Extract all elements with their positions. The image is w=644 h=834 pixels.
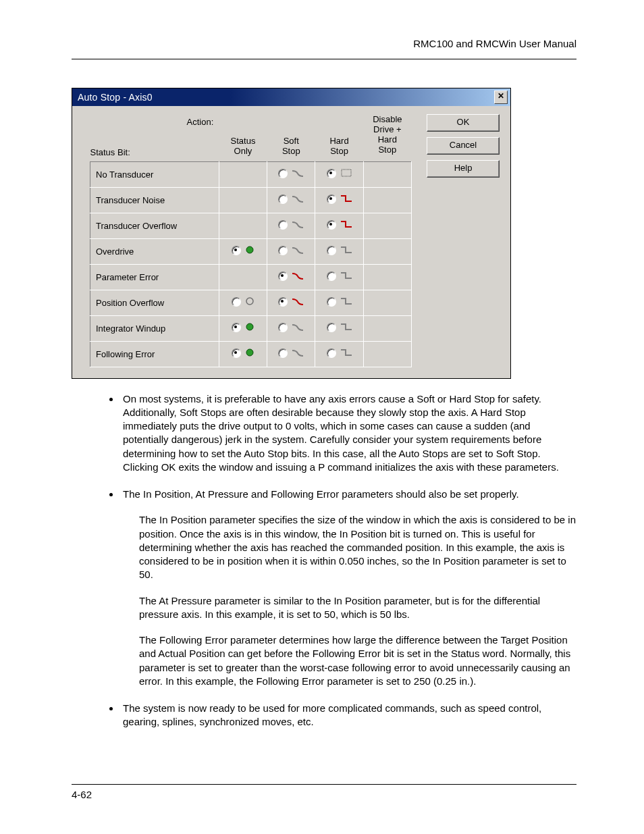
option-icon <box>245 322 254 334</box>
dialog-titlebar: Auto Stop - Axis0 ✕ <box>72 88 510 106</box>
radio-icon[interactable] <box>327 271 336 281</box>
option-cell[interactable] <box>315 264 363 290</box>
option-cell[interactable] <box>267 238 315 264</box>
table-row: Overdrive <box>90 238 412 264</box>
auto-stop-table: Action: Status Bit: Status Only Soft Sto… <box>90 113 412 367</box>
option-cell[interactable] <box>315 187 363 213</box>
svg-point-3 <box>246 323 253 330</box>
radio-icon[interactable] <box>327 246 336 255</box>
svg-point-2 <box>246 298 253 305</box>
option-cell[interactable] <box>219 238 267 264</box>
help-button[interactable]: Help <box>427 160 500 178</box>
option-icon <box>292 348 304 359</box>
col-status-only: Status Only <box>219 113 267 161</box>
option-cell[interactable] <box>219 290 267 315</box>
option-cell[interactable] <box>267 341 315 367</box>
bullet-1: On most systems, it is preferable to hav… <box>120 392 576 475</box>
row-label: Transducer Overflow <box>90 221 177 231</box>
option-cell[interactable] <box>315 315 363 341</box>
option-cell-empty <box>219 187 267 213</box>
radio-icon[interactable] <box>278 194 288 204</box>
option-icon <box>245 296 254 308</box>
option-cell[interactable] <box>267 161 315 187</box>
sub-at-pressure: The At Pressure parameter is similar to … <box>139 594 576 622</box>
page-number: 4-62 <box>72 789 576 800</box>
radio-icon[interactable] <box>327 297 336 307</box>
option-cell-empty <box>363 187 411 213</box>
option-cell[interactable] <box>267 315 315 341</box>
radio-icon[interactable] <box>278 246 288 255</box>
radio-icon[interactable] <box>278 297 288 307</box>
option-cell-empty <box>363 290 411 315</box>
option-icon <box>340 271 352 282</box>
header-rule <box>72 59 576 59</box>
bullet-3: The system is now ready to be used for m… <box>120 702 576 729</box>
close-icon[interactable]: ✕ <box>494 90 508 104</box>
option-cell-empty <box>363 238 411 264</box>
radio-icon[interactable] <box>327 323 336 332</box>
row-label: Following Error <box>90 349 155 359</box>
row-label: Transducer Noise <box>90 195 165 205</box>
radio-icon[interactable] <box>327 348 336 358</box>
option-icon <box>292 219 304 231</box>
option-icon <box>292 168 304 180</box>
status-bit-label: Status Bit: <box>90 147 130 157</box>
row-label: Parameter Error <box>90 272 159 282</box>
option-icon <box>292 245 304 257</box>
option-icon <box>245 245 254 257</box>
radio-icon[interactable] <box>327 194 336 204</box>
radio-icon[interactable] <box>278 169 288 178</box>
table-row: Transducer Noise <box>90 187 412 213</box>
col-hard-stop: Hard Stop <box>315 113 363 161</box>
ok-button[interactable]: OK <box>427 114 500 132</box>
option-icon <box>340 194 352 205</box>
option-cell-empty <box>363 213 411 238</box>
option-cell[interactable] <box>219 315 267 341</box>
row-label: No Transducer <box>90 170 153 180</box>
option-icon <box>340 296 352 308</box>
radio-icon[interactable] <box>278 271 288 281</box>
radio-icon[interactable] <box>278 348 288 358</box>
radio-icon[interactable] <box>232 348 241 358</box>
table-row: Integrator Windup <box>90 315 412 341</box>
option-cell-empty <box>363 264 411 290</box>
option-cell[interactable] <box>315 290 363 315</box>
footer-rule <box>72 784 576 785</box>
radio-icon[interactable] <box>232 246 241 255</box>
option-cell[interactable] <box>267 264 315 290</box>
sub-following-error: The Following Error parameter determines… <box>139 633 576 688</box>
option-cell[interactable] <box>315 213 363 238</box>
option-icon <box>340 322 352 334</box>
auto-stop-dialog: Auto Stop - Axis0 ✕ Action: Status Bit: … <box>72 88 511 379</box>
radio-icon[interactable] <box>278 220 288 230</box>
col-disable-drive: Disable Drive + Hard Stop <box>363 113 411 161</box>
option-cell-empty <box>363 341 411 367</box>
row-label: Integrator Windup <box>90 323 165 334</box>
option-cell[interactable] <box>315 341 363 367</box>
table-row: Following Error <box>90 341 412 367</box>
option-icon <box>292 296 304 308</box>
svg-rect-0 <box>342 170 351 176</box>
svg-point-1 <box>246 246 253 253</box>
page-header: RMC100 and RMCWin User Manual <box>72 38 576 49</box>
option-cell[interactable] <box>267 213 315 238</box>
option-cell[interactable] <box>267 290 315 315</box>
dialog-title: Auto Stop - Axis0 <box>75 92 494 103</box>
radio-icon[interactable] <box>278 323 288 332</box>
option-cell[interactable] <box>219 341 267 367</box>
option-icon <box>292 194 304 205</box>
radio-icon[interactable] <box>232 297 241 307</box>
radio-icon[interactable] <box>327 220 336 230</box>
option-cell[interactable] <box>315 238 363 264</box>
radio-icon[interactable] <box>327 169 336 178</box>
cancel-button[interactable]: Cancel <box>427 137 500 155</box>
option-cell-empty <box>363 161 411 187</box>
sub-in-position: The In Position parameter specifies the … <box>139 513 576 581</box>
action-label: Action: <box>90 117 214 127</box>
option-cell[interactable] <box>315 161 363 187</box>
option-icon <box>245 348 254 359</box>
option-cell[interactable] <box>267 187 315 213</box>
table-row: Transducer Overflow <box>90 213 412 238</box>
radio-icon[interactable] <box>232 323 241 332</box>
option-icon <box>340 168 352 180</box>
